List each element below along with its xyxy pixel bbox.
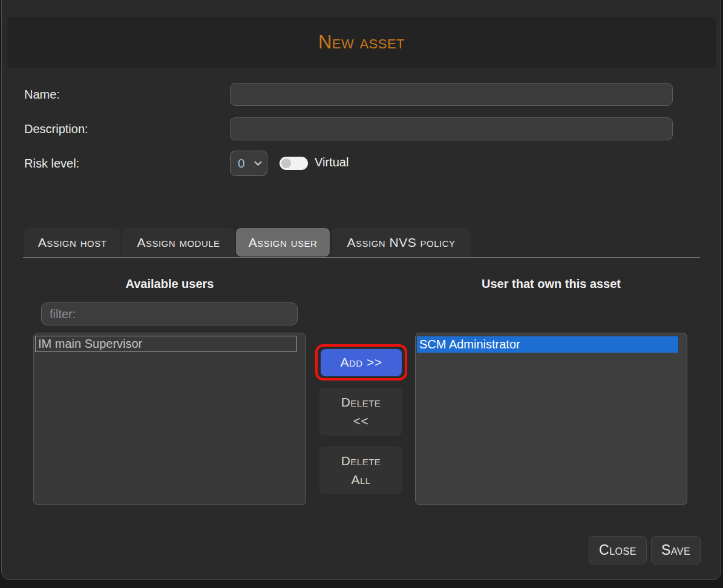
- chevron-down-icon: [254, 158, 262, 166]
- tab-assign-host[interactable]: Assign host: [24, 228, 120, 256]
- toggle-knob: [281, 158, 291, 168]
- virtual-toggle[interactable]: [280, 157, 308, 170]
- delete-button[interactable]: Delete <<: [319, 388, 402, 436]
- close-button[interactable]: Close: [589, 536, 647, 564]
- description-field[interactable]: [230, 117, 673, 140]
- add-button[interactable]: Add >>: [321, 349, 402, 376]
- page-title: New asset: [318, 31, 405, 53]
- tab-assign-module[interactable]: Assign module: [122, 228, 235, 256]
- delete-all-button[interactable]: Delete All: [319, 446, 402, 494]
- name-field[interactable]: [230, 83, 673, 106]
- delete-button-line1: Delete: [341, 393, 381, 411]
- close-button-label: Close: [599, 542, 636, 558]
- description-label: Description:: [24, 122, 88, 136]
- tab-assign-user[interactable]: Assign user: [236, 228, 330, 256]
- save-button-label: Save: [661, 542, 690, 558]
- dialog-header: New asset: [7, 17, 716, 68]
- tab-label: Assign user: [249, 235, 318, 250]
- tab-label: Assign module: [137, 235, 220, 250]
- risk-level-value: 0: [238, 156, 245, 171]
- delete-button-line2: <<: [353, 412, 369, 430]
- risk-level-select[interactable]: 0: [230, 151, 267, 176]
- owners-heading: User that own this asset: [415, 277, 687, 291]
- virtual-label: Virtual: [315, 155, 348, 169]
- available-users-listbox: IM main Supervisor: [33, 333, 306, 505]
- name-label: Name:: [24, 88, 60, 102]
- delete-all-line2: All: [351, 471, 370, 489]
- delete-all-line1: Delete: [341, 452, 381, 470]
- owners-listbox: SCM Administrator: [415, 333, 687, 505]
- risk-level-label: Risk level:: [24, 157, 79, 171]
- list-item[interactable]: SCM Administrator: [417, 336, 678, 353]
- new-asset-dialog-screen: New asset Name: Description: Risk level:…: [0, 0, 723, 588]
- tab-label: Assign NVS policy: [347, 235, 455, 250]
- tab-assign-nvs-policy[interactable]: Assign NVS policy: [332, 228, 471, 256]
- tab-label: Assign host: [38, 235, 107, 250]
- save-button[interactable]: Save: [651, 536, 701, 564]
- filter-input[interactable]: [41, 302, 298, 325]
- available-users-heading: Available users: [33, 277, 306, 291]
- tab-underline: [23, 257, 700, 258]
- list-item[interactable]: IM main Supervisor: [35, 336, 297, 352]
- add-button-label: Add >>: [340, 353, 382, 371]
